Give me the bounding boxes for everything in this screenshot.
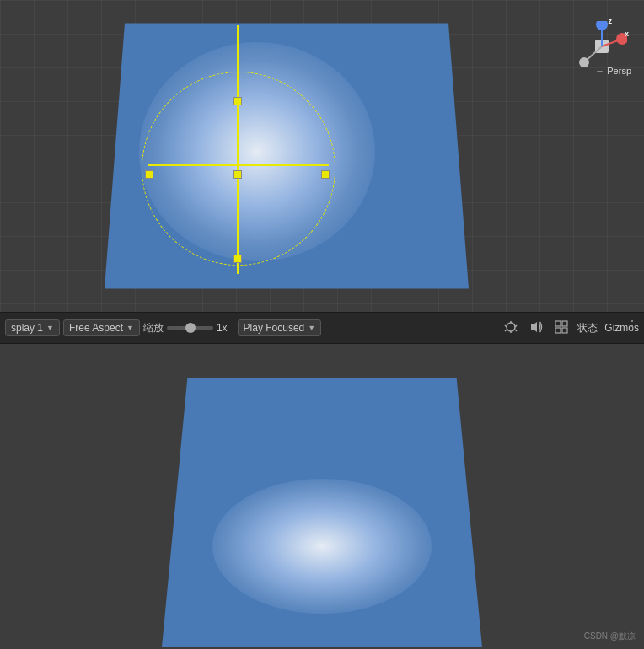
play-focused-label: Play Focused: [244, 322, 305, 334]
display-label: splay 1: [11, 322, 43, 334]
svg-point-6: [507, 323, 515, 331]
svg-rect-15: [562, 321, 567, 326]
gizmo-svg: [577, 21, 627, 72]
game-sphere-glow: [212, 479, 432, 614]
gizmo-widget[interactable]: x z ← Persp: [568, 13, 636, 80]
gizmo-inner: [577, 21, 627, 72]
transform-h-line: [148, 164, 329, 166]
svg-marker-13: [531, 322, 537, 332]
svg-line-12: [515, 330, 517, 331]
zoom-value: 1x: [217, 322, 228, 334]
gizmo-z-label: z: [609, 17, 613, 25]
handle-center[interactable]: [233, 170, 242, 179]
play-focused-dropdown[interactable]: Play Focused ▼: [238, 319, 322, 336]
toolbar-right-icons: 状态 Gizmos: [502, 318, 639, 339]
handle-bottom[interactable]: [233, 255, 242, 263]
free-aspect-label: Free Aspect: [69, 322, 123, 334]
zoom-label: 缩放: [143, 321, 164, 335]
svg-rect-17: [562, 328, 567, 333]
watermark: CSDN @默凉: [584, 630, 636, 642]
display-dropdown[interactable]: splay 1 ▼: [5, 319, 60, 336]
svg-point-5: [579, 57, 589, 67]
zoom-slider-thumb[interactable]: [185, 323, 196, 333]
gizmo-persp-label: ← Persp: [595, 66, 631, 76]
zoom-slider-container: 缩放 1x: [143, 321, 228, 335]
handle-top[interactable]: [233, 97, 242, 105]
svg-point-3: [596, 21, 608, 30]
svg-rect-16: [555, 328, 561, 333]
toolbar: splay 1 ▼ Free Aspect ▼ 缩放 1x Play Focus…: [0, 312, 644, 344]
scene-view: x z ← Persp: [0, 0, 644, 312]
svg-line-11: [505, 330, 507, 331]
handle-right[interactable]: [321, 170, 330, 179]
free-aspect-arrow: ▼: [126, 324, 134, 332]
display-dropdown-arrow: ▼: [46, 324, 54, 332]
gizmo-x-label: x: [625, 30, 629, 38]
sound-icon[interactable]: [527, 318, 545, 339]
more-options-button[interactable]: ⋮: [625, 318, 639, 334]
svg-rect-14: [555, 321, 561, 326]
grid-icon[interactable]: [552, 318, 571, 339]
bug-icon[interactable]: [502, 318, 520, 339]
transform-v-line: [237, 25, 239, 274]
game-view: CSDN @默凉: [0, 344, 644, 649]
free-aspect-dropdown[interactable]: Free Aspect ▼: [63, 319, 140, 336]
zoom-slider[interactable]: [167, 326, 213, 330]
status-button[interactable]: 状态: [577, 321, 598, 335]
handle-left[interactable]: [145, 170, 153, 179]
play-focused-arrow: ▼: [308, 324, 315, 332]
